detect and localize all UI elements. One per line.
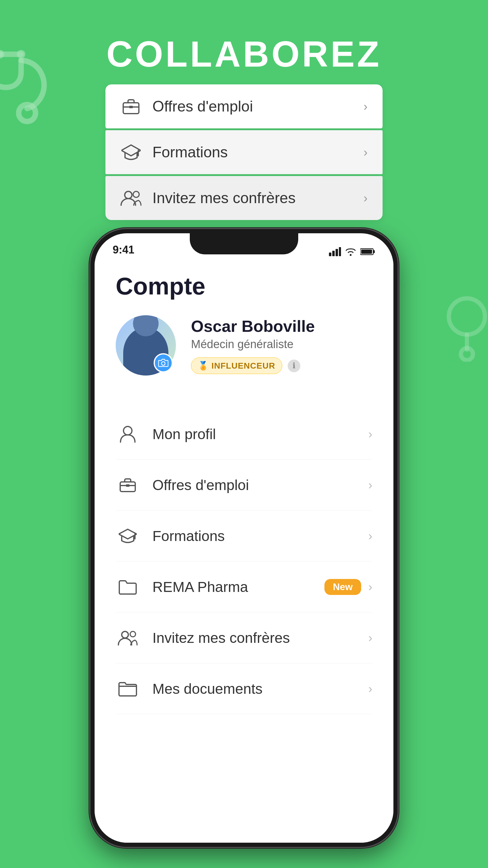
star-icon: 🏅 [198, 361, 208, 371]
chevron-right-icon: › [364, 191, 367, 205]
graduation-icon [121, 142, 141, 163]
svg-point-20 [161, 362, 165, 365]
chevron-right-icon: › [368, 631, 372, 645]
status-icons [329, 247, 375, 256]
signal-icon [329, 247, 341, 256]
chevron-right-icon: › [368, 682, 372, 695]
svg-point-4 [461, 348, 473, 360]
svg-rect-19 [361, 250, 372, 254]
profile-info: Oscar Boboville Médecin généraliste 🏅 IN… [191, 317, 372, 374]
main-title: COLLABOREZ [0, 33, 488, 75]
svg-rect-14 [335, 249, 338, 256]
new-badge: New [324, 579, 361, 595]
screen-title: Compte [116, 273, 372, 300]
phone-frame: 9:41 [90, 229, 398, 847]
influencer-badge: 🏅 INFLUENCEUR [191, 358, 282, 374]
invitez-label: Invitez mes confrères [153, 629, 368, 646]
svg-point-0 [19, 104, 36, 121]
menu-item-offres-emploi[interactable]: Offres d'emploi › [116, 460, 372, 510]
formations-label: Formations [153, 528, 368, 544]
svg-point-21 [124, 427, 132, 435]
svg-point-28 [130, 631, 135, 637]
menu-item-mon-profil[interactable]: Mon profil › [116, 409, 372, 460]
top-menu-item-invitez[interactable]: Invitez mes confrères › [105, 176, 383, 220]
menu-item-invitez[interactable]: Invitez mes confrères › [116, 613, 372, 663]
phone-notch [190, 233, 298, 254]
svg-rect-12 [329, 253, 331, 256]
svg-point-11 [133, 191, 139, 197]
folder-icon [116, 575, 140, 599]
svg-point-10 [125, 191, 132, 198]
battery-icon [360, 247, 375, 256]
mon-profil-label: Mon profil [153, 426, 368, 442]
status-time: 9:41 [113, 244, 134, 256]
svg-rect-24 [126, 484, 130, 487]
phone-mockup: 9:41 [90, 229, 398, 847]
avatar-wrapper [116, 315, 176, 375]
graduation-icon [116, 524, 140, 548]
badge-label: INFLUENCEUR [212, 361, 275, 371]
chevron-right-icon: › [368, 529, 372, 543]
top-menu-item-formations[interactable]: Formations › [105, 130, 383, 174]
camera-button[interactable] [154, 353, 173, 373]
menu-item-formations[interactable]: Formations › [116, 510, 372, 561]
svg-rect-13 [332, 251, 335, 256]
rema-pharma-label: REMA Pharma [153, 579, 324, 595]
svg-point-3 [449, 299, 485, 335]
top-menu-cards: Offres d'emploi › Formations › Invitez m… [105, 84, 383, 222]
menu-item-mes-documents[interactable]: Mes docuements › [116, 663, 372, 714]
offres-emploi-top-label: Offres d'emploi [153, 98, 364, 115]
offres-emploi-label: Offres d'emploi [153, 477, 368, 493]
top-menu-item-offres-emploi[interactable]: Offres d'emploi › [105, 84, 383, 128]
people-icon [121, 187, 141, 209]
wifi-icon [345, 247, 357, 256]
chevron-right-icon: › [364, 100, 367, 113]
folder-open-icon [116, 677, 140, 701]
profile-name: Oscar Boboville [191, 317, 372, 336]
chevron-right-icon: › [368, 478, 372, 492]
formations-top-label: Formations [153, 144, 364, 161]
briefcase-icon [116, 473, 140, 497]
chevron-right-icon: › [368, 427, 372, 441]
info-icon[interactable]: ℹ [288, 360, 300, 372]
phone-screen: 9:41 [95, 233, 393, 843]
phone-menu-list: Mon profil › Offre [116, 409, 372, 714]
svg-point-16 [350, 254, 352, 256]
profile-section: Oscar Boboville Médecin généraliste 🏅 IN… [116, 315, 372, 388]
badge-row: 🏅 INFLUENCEUR ℹ [191, 358, 372, 374]
people-icon [116, 626, 140, 650]
briefcase-icon [121, 96, 141, 117]
svg-rect-18 [373, 250, 375, 253]
screen-content: Compte [95, 260, 393, 843]
mes-documents-label: Mes docuements [153, 681, 368, 697]
svg-rect-7 [129, 106, 133, 108]
invitez-top-label: Invitez mes confrères [153, 189, 364, 207]
chevron-right-icon: › [364, 146, 367, 159]
profile-subtitle: Médecin généraliste [191, 338, 372, 351]
svg-rect-15 [339, 247, 341, 256]
chevron-right-icon: › [368, 580, 372, 594]
header-section: COLLABOREZ [0, 0, 488, 75]
person-icon [116, 422, 140, 446]
svg-point-27 [122, 631, 128, 638]
menu-item-rema-pharma[interactable]: REMA Pharma New › [116, 561, 372, 613]
